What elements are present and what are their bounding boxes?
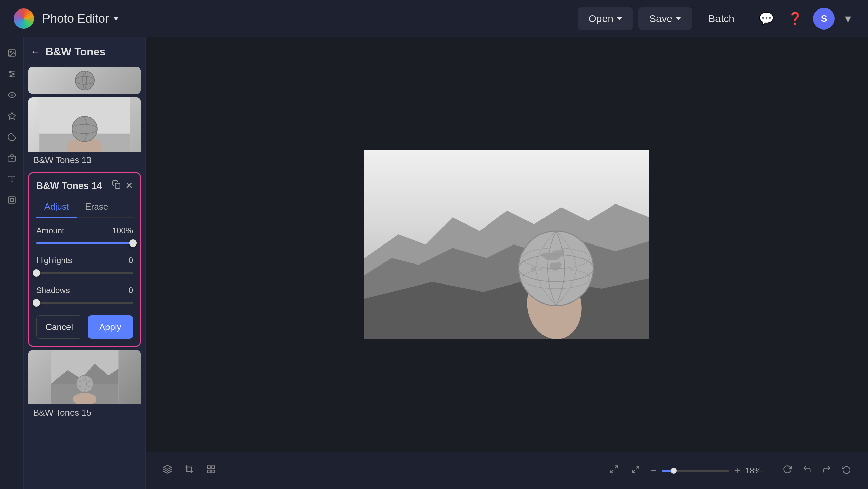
svg-rect-15 (8, 197, 15, 203)
svg-marker-9 (8, 112, 16, 119)
svg-rect-43 (212, 466, 214, 469)
app-title: Photo Editor (42, 12, 109, 26)
svg-rect-44 (208, 470, 210, 473)
apply-button[interactable]: Apply (88, 315, 133, 339)
crop-button[interactable] (181, 461, 197, 480)
shadows-value: 0 (129, 286, 133, 295)
svg-rect-42 (208, 466, 210, 469)
bottom-right-icons (779, 461, 854, 480)
copy-icon-button[interactable] (112, 180, 121, 191)
bottom-left-icons (159, 461, 219, 480)
adjust-panel-title: B&W Tones 14 (36, 180, 102, 191)
open-chevron-icon (617, 17, 622, 20)
svg-line-46 (615, 466, 617, 469)
undo-button[interactable] (799, 461, 815, 480)
amount-label: Amount (36, 226, 64, 235)
sidebar-item-effects[interactable] (3, 107, 21, 125)
tab-erase[interactable]: Erase (77, 198, 116, 218)
chat-icon-button[interactable]: 💬 (755, 8, 777, 29)
adjust-tabs: Adjust Erase (36, 198, 133, 218)
adjust-panel-header: B&W Tones 14 ✕ (36, 180, 133, 191)
amount-slider-row: Amount 100% (36, 226, 133, 248)
layers-panel-button[interactable] (159, 461, 176, 480)
sidebar-item-adjust[interactable] (3, 65, 21, 83)
topbar-right: 💬 ❓ S ▾ (755, 8, 854, 30)
svg-point-5 (9, 71, 11, 72)
highlights-slider-row: Highlights 0 (36, 256, 133, 277)
app-title-button[interactable]: Photo Editor (42, 12, 119, 26)
svg-rect-16 (10, 199, 13, 202)
preset-card-15[interactable]: B&W Tones 15 (28, 350, 141, 422)
left-panel: ← B&W Tones B&W Tones 12 (24, 37, 146, 489)
user-avatar-button[interactable]: S (813, 8, 835, 30)
svg-point-17 (75, 71, 94, 90)
history-button[interactable] (838, 461, 854, 480)
svg-point-1 (10, 51, 11, 52)
zoom-out-button[interactable]: − (651, 464, 657, 477)
bottom-bar: − + 18% (146, 452, 868, 489)
svg-point-7 (10, 75, 12, 77)
cancel-button[interactable]: Cancel (36, 315, 82, 339)
svg-point-8 (11, 94, 13, 96)
svg-marker-41 (163, 465, 171, 469)
shadows-label: Shadows (36, 286, 70, 295)
adjust-actions: Cancel Apply (36, 315, 133, 339)
zoom-controls: − + 18% (651, 464, 766, 477)
zoom-value: 18% (745, 466, 766, 475)
help-icon-button[interactable]: ❓ (784, 8, 806, 29)
open-button[interactable]: Open (578, 7, 633, 30)
app-logo (14, 8, 34, 29)
preset-15-label: B&W Tones 15 (28, 404, 141, 422)
amount-value: 100% (112, 226, 133, 235)
main-canvas-area (146, 37, 868, 452)
adjust-panel-icons: ✕ (112, 180, 133, 191)
close-icon-button[interactable]: ✕ (125, 180, 133, 191)
back-button[interactable]: ← (31, 46, 40, 57)
svg-point-28 (76, 375, 93, 392)
sidebar-item-stamp[interactable] (3, 191, 21, 209)
sidebar-item-paint[interactable] (3, 128, 21, 146)
chevron-down-icon (113, 17, 119, 20)
highlights-value: 0 (129, 256, 133, 265)
main-photo (364, 150, 649, 339)
preset-card-13[interactable]: B&W Tones 13 (28, 97, 141, 169)
preset-card-12[interactable]: B&W Tones 12 (28, 67, 141, 94)
shadows-slider-row: Shadows 0 (36, 286, 133, 307)
svg-rect-24 (115, 183, 120, 188)
svg-point-6 (13, 73, 14, 75)
refresh-button[interactable] (779, 461, 795, 480)
save-chevron-icon (676, 17, 681, 20)
svg-point-22 (72, 116, 97, 142)
icon-bar (0, 37, 24, 489)
fit-button[interactable] (606, 461, 622, 480)
topbar: Photo Editor Open Save Batch 💬 ❓ S ▾ (0, 0, 868, 37)
redo-button[interactable] (818, 461, 835, 480)
adjust-panel-14: B&W Tones 14 ✕ Adjust Erase Amount 100% (28, 172, 141, 347)
sidebar-item-preview[interactable] (3, 86, 21, 104)
grid-button[interactable] (203, 461, 219, 480)
zoom-in-button[interactable]: + (734, 464, 741, 477)
sidebar-item-layers[interactable] (3, 149, 21, 167)
sidebar-item-image[interactable] (3, 44, 21, 62)
batch-button[interactable]: Batch (697, 7, 745, 30)
highlights-label: Highlights (36, 256, 72, 265)
panel-title: B&W Tones (45, 45, 105, 58)
sidebar-item-text[interactable] (3, 170, 21, 188)
save-button[interactable]: Save (638, 7, 692, 30)
user-menu-chevron[interactable]: ▾ (842, 8, 854, 29)
tab-adjust[interactable]: Adjust (36, 198, 77, 218)
panel-header: ← B&W Tones (24, 37, 145, 63)
preset-13-label: B&W Tones 13 (28, 152, 141, 169)
svg-line-47 (610, 470, 613, 473)
svg-rect-45 (212, 470, 214, 473)
crop-fit-button[interactable] (628, 461, 644, 480)
